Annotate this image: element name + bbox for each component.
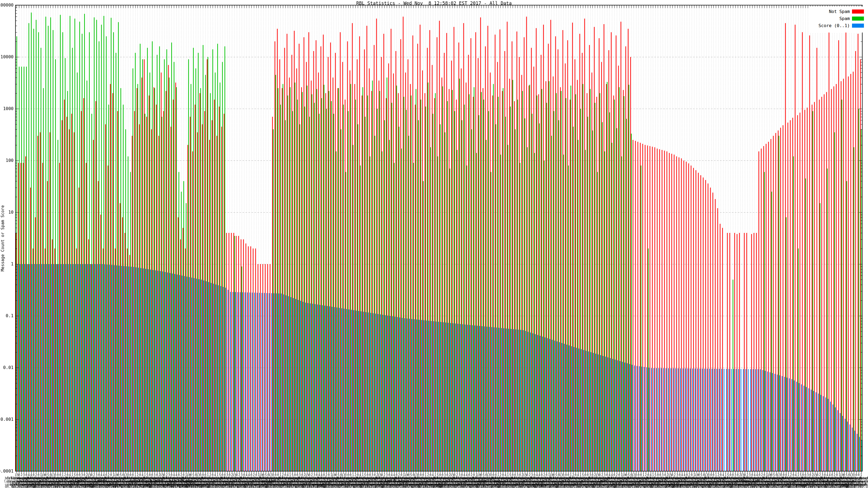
legend-label-spam: Spam [839, 16, 850, 21]
x-axis-fragment: 2 hops [190, 483, 204, 487]
y-tick-label: 1000 [0, 106, 13, 111]
y-tick-label: 0.001 [0, 417, 13, 422]
x-axis-fragment: hop [841, 483, 848, 487]
y-tick-label: 10 [0, 210, 13, 215]
chart-title: RBL Statistics - Wed Nov 8 12:58:02 EST … [0, 1, 868, 6]
x-axis-fragment: origin [107, 483, 121, 487]
x-axis-fragment: 3 h [822, 479, 829, 483]
x-axis-fragment: origin [431, 483, 444, 487]
not-spam-swatch [852, 9, 864, 13]
x-axis-fragment: origin [261, 479, 275, 483]
legend-label-not-spam: Not Spam [829, 9, 850, 14]
y-tick-label: 0.1 [0, 314, 13, 318]
x-axis-fragment: 1 hop 5 hops [380, 479, 407, 483]
x-axis-fragment: hops 2 h [741, 479, 759, 483]
x-axis-fragment: 1 hop [795, 483, 806, 487]
legend-item-score: Score (0..1) [810, 23, 864, 28]
legend-item-spam: Spam [810, 16, 864, 21]
legend: Not Spam Spam Score (0..1) [810, 6, 866, 33]
score-swatch [852, 24, 864, 28]
x-axis-fragment: net origin [129, 479, 152, 483]
y-tick-label: 1 [0, 262, 13, 266]
x-axis-fragment: 2 hops [532, 483, 546, 487]
chart-canvas [0, 0, 868, 488]
x-axis-fragment: origin [70, 479, 84, 483]
spam-swatch [852, 17, 864, 21]
y-tick-label: 10000 [0, 55, 13, 59]
x-axis-fragment: 1 hop [140, 483, 151, 487]
x-axis-fragment: 1 Addr 1 hop [473, 479, 500, 483]
x-axis-fragment: 1 hop [182, 479, 193, 483]
y-axis-label: Message Count or Spam Score [0, 195, 5, 282]
legend-item-not-spam: Not Spam [810, 9, 864, 13]
y-tick-label: 0.01 [0, 365, 13, 370]
x-axis-fragment: origin [177, 483, 190, 487]
x-axis-fragment: 3 hops [668, 483, 682, 487]
legend-label-score: Score (0..1) [818, 23, 850, 28]
x-axis-fragment: 2 hops [94, 479, 107, 483]
rbl-statistics-chart: RBL Statistics - Wed Nov 8 12:58:02 EST … [0, 0, 868, 488]
x-axis-fragment: origin [82, 483, 96, 487]
x-axis-fragment: 1 hop [312, 483, 323, 487]
x-axis-fragment: 3 hops [150, 479, 163, 483]
y-tick-label: 100000 [0, 3, 13, 7]
x-axis-fragment: out [600, 479, 607, 483]
y-tick-label: 100 [0, 158, 13, 163]
x-axis-fragment: 1 hop [162, 483, 174, 487]
y-tick-label: 0.0001 [0, 469, 13, 474]
